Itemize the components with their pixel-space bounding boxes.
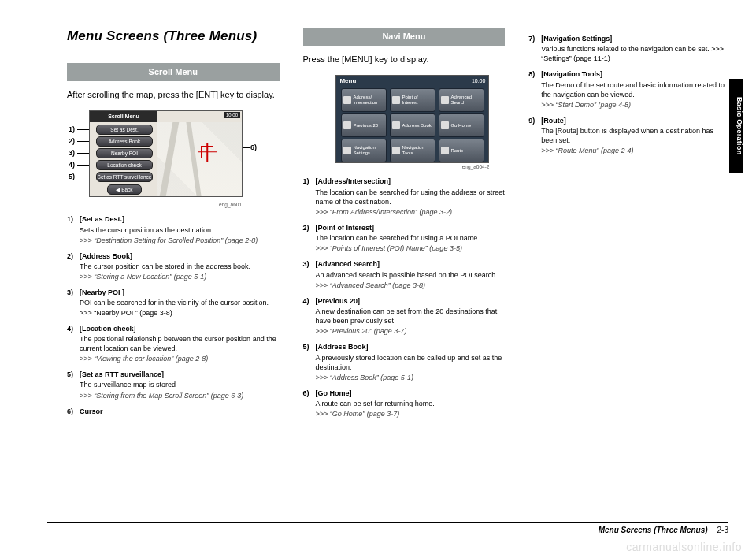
fig2-label: Navigation Tools	[402, 145, 435, 155]
item-ref: >>> “Previous 20” (page 3-7)	[316, 326, 506, 336]
list-item: 5)[Address Book]A previously stored loca…	[303, 342, 506, 382]
item-number: 6)	[303, 389, 316, 418]
manual-page: Basic Operation Menu Screens (Three Menu…	[0, 0, 756, 558]
item-title: [Location check]	[80, 324, 280, 333]
address-icon	[343, 96, 351, 104]
item-body: [Route]The [Route] button is displayed w…	[541, 116, 731, 156]
list-item: 3)[Advanced Search]An advanced search is…	[303, 259, 506, 289]
navi-screen-title: Menu	[339, 77, 356, 86]
item-desc: A previously stored location can be call…	[316, 353, 506, 372]
item-number: 8)	[528, 69, 541, 110]
item-number: 4)	[67, 324, 80, 364]
route-icon	[441, 147, 449, 154]
item-ref: >>> “Go Home” (page 3-7)	[316, 409, 506, 418]
watermark: carmanualsonline.info	[626, 541, 742, 553]
callout-5: 5)	[69, 172, 75, 181]
item-number: 1)	[67, 214, 80, 244]
item-body: Cursor	[80, 407, 280, 416]
item-number: 5)	[303, 342, 316, 382]
item-ref: >>> “Storing a New Location” (page 5-1)	[80, 272, 280, 281]
item-number: 2)	[67, 251, 80, 281]
item-title: Cursor	[80, 407, 280, 416]
item-number: 3)	[67, 288, 80, 317]
item-desc: A route can be set for returning home.	[316, 399, 506, 408]
footer-page-number: 2-3	[717, 526, 728, 534]
item-body: [Location check]The positional relations…	[80, 324, 280, 364]
item-body: [Set as RTT surveillance]The surveillanc…	[80, 370, 280, 400]
list-item: 2)[Point of Interest]The location can be…	[303, 223, 506, 253]
navi-menu-screen: Menu 10:00 Address/ Intersection Point o…	[335, 75, 489, 163]
item-body: [Address/Intersection]The location can b…	[316, 177, 506, 217]
list-item: 1)[Address/Intersection]The location can…	[303, 177, 506, 217]
item-title: [Go Home]	[316, 389, 506, 398]
item-title: [Address Book]	[316, 342, 506, 352]
item-title: [Set as RTT surveillance]	[80, 370, 280, 379]
item-title: [Nearby POI ]	[80, 288, 280, 297]
item-desc: POI can be searched for in the vicinity …	[80, 298, 280, 317]
list-item: 7)[Navigation Settings]Various functions…	[528, 34, 731, 63]
item-desc: A new destination can be set from the 20…	[316, 307, 506, 326]
item-body: [Set as Dest.]Sets the cursor position a…	[80, 214, 280, 244]
scroll-menu-figure: 1) 2) 3) 4) 5) 6) Scroll Menu 10:00 Set …	[67, 110, 280, 209]
fig2-label: Address/ Intersection	[353, 95, 386, 105]
navi-items-list: 1)[Address/Intersection]The location can…	[303, 177, 506, 418]
item-body: [Point of Interest]The location can be s…	[316, 223, 506, 253]
tools-icon	[392, 147, 400, 154]
callout-2: 2)	[69, 136, 75, 146]
list-item: 5)[Set as RTT surveillance]The surveilla…	[67, 370, 280, 400]
fig-button: Address Book	[96, 136, 153, 147]
item-number: 4)	[303, 296, 316, 337]
fig-button: Location check	[96, 160, 153, 170]
column-navi-continued: 7)[Navigation Settings]Various functions…	[528, 28, 731, 526]
item-title: [Previous 20]	[316, 296, 506, 306]
column-scroll-menu: Menu Screens (Three Menus) Scroll Menu A…	[67, 28, 280, 526]
item-number: 1)	[303, 177, 316, 217]
item-body: [Address Book]The cursor position can be…	[80, 251, 280, 281]
list-item: 3)[Nearby POI ]POI can be searched for i…	[67, 288, 280, 317]
list-item: 4)[Previous 20]A new destination can be …	[303, 296, 506, 337]
item-desc: The surveillance map is stored	[80, 380, 280, 389]
item-desc: The Demo of the set route and basic info…	[541, 80, 731, 99]
callout-1: 1)	[69, 125, 75, 134]
search-icon	[441, 96, 449, 104]
figure-caption: eng_a601	[67, 202, 242, 209]
item-title: [Navigation Settings]	[541, 34, 731, 43]
back-label: Back	[121, 187, 132, 192]
item-number: 3)	[303, 259, 316, 289]
list-item: 4)[Location check]The positional relatio…	[67, 324, 280, 364]
item-body: [Navigation Settings]Various functions r…	[541, 34, 731, 63]
item-title: [Set as Dest.]	[80, 214, 280, 224]
item-desc: The location can be searched for using t…	[316, 188, 506, 206]
gear-icon	[343, 147, 351, 154]
item-ref: >>> “Points of Interest (POI) Name” (pag…	[316, 244, 506, 253]
item-desc: Sets the cursor position as the destinat…	[80, 225, 280, 235]
callout-4: 4)	[69, 160, 75, 169]
fig2-label: Route	[450, 148, 463, 153]
item-desc: The cursor position can be stored in the…	[80, 262, 280, 271]
item-title: [Advanced Search]	[316, 259, 506, 269]
side-tab: Basic Operation	[729, 79, 743, 173]
item-title: [Navigation Tools]	[541, 69, 731, 79]
book-icon	[392, 121, 400, 129]
fig-button: Nearby POI	[96, 148, 153, 158]
previous-icon	[343, 121, 351, 129]
navi-menu-lead: Press the [MENU] key to display.	[303, 54, 506, 65]
item-title: [Route]	[541, 116, 731, 125]
list-item: 6)Cursor	[67, 407, 280, 416]
figure-caption: eng_a004-2	[335, 164, 489, 171]
cursor-icon	[201, 146, 213, 158]
item-ref: >>> “Route Menu” (page 2-4)	[541, 146, 731, 155]
fig2-label: Advanced Search	[450, 95, 484, 105]
page-footer: Menu Screens (Three Menus) 2-3	[47, 522, 728, 534]
item-title: [Address Book]	[80, 251, 280, 261]
clock-icon: 10:00	[472, 77, 486, 84]
list-item: 1)[Set as Dest.]Sets the cursor position…	[67, 214, 280, 244]
map-area	[158, 122, 242, 196]
list-item: 2)[Address Book]The cursor position can …	[67, 251, 280, 281]
callout-6: 6)	[250, 143, 257, 152]
item-ref: >>> “Destination Setting for Scrolled Po…	[80, 236, 280, 245]
footer-title: Menu Screens (Three Menus)	[598, 526, 708, 534]
scroll-items-list: 1)[Set as Dest.]Sets the cursor position…	[67, 214, 280, 415]
item-ref: >>> “From Address/Intersection” (page 3-…	[316, 207, 506, 217]
item-ref: >>> “Address Book” (page 5-1)	[316, 373, 506, 382]
